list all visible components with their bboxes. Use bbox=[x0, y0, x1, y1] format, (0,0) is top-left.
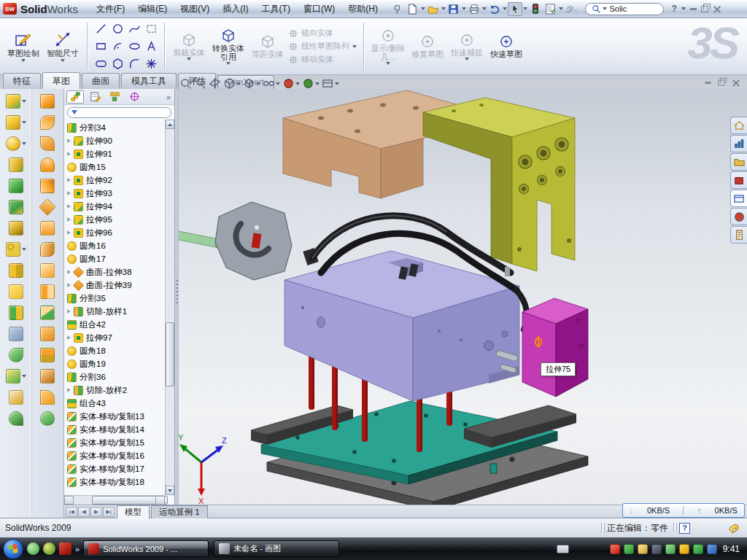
surface-tool-button[interactable] bbox=[40, 284, 55, 299]
tray-icon[interactable] bbox=[693, 544, 703, 554]
feature-manager-tab[interactable] bbox=[66, 90, 84, 104]
view-tool-button[interactable] bbox=[194, 77, 206, 90]
configuration-manager-tab[interactable] bbox=[106, 90, 123, 104]
save-icon[interactable] bbox=[446, 2, 461, 16]
surface-tool-button[interactable] bbox=[40, 157, 55, 172]
menu-item[interactable]: 文件(F) bbox=[90, 1, 131, 18]
minimize-button[interactable] bbox=[690, 8, 697, 10]
tray-icon[interactable] bbox=[651, 544, 662, 554]
sketch-tool-button[interactable] bbox=[93, 20, 109, 37]
tree-item[interactable]: 圆角17 bbox=[64, 252, 174, 265]
help-button[interactable]: ? bbox=[671, 4, 676, 14]
sketch-tool-button[interactable] bbox=[126, 20, 142, 37]
search-scope-dropdown[interactable] bbox=[603, 7, 607, 10]
search-box[interactable]: Solic bbox=[585, 3, 664, 15]
handle-insert-part[interactable] bbox=[175, 202, 292, 280]
task-pane-tab[interactable] bbox=[730, 117, 747, 134]
taskbar-task-button[interactable]: 未命名 - 画图 bbox=[214, 540, 339, 557]
tree-item[interactable]: 组合43 bbox=[64, 397, 174, 410]
sketch-tool-button[interactable] bbox=[109, 38, 125, 55]
select-cursor-icon[interactable] bbox=[508, 2, 522, 16]
tray-icon[interactable] bbox=[624, 544, 634, 554]
sketch-utility-button[interactable]: 修复草图 bbox=[409, 20, 446, 72]
feature-tool-button[interactable] bbox=[9, 220, 23, 236]
tree-item[interactable]: 拉伸96 bbox=[64, 226, 174, 239]
view-tool-button[interactable] bbox=[243, 77, 260, 90]
start-button[interactable] bbox=[3, 539, 23, 559]
tree-item[interactable]: 拉伸90 bbox=[64, 134, 174, 147]
feature-tool-button[interactable] bbox=[9, 157, 23, 172]
tree-item[interactable]: 曲面-拉伸39 bbox=[64, 279, 174, 292]
tray-icon[interactable] bbox=[610, 544, 620, 554]
toolbar-overflow[interactable]: 少.. bbox=[564, 4, 580, 14]
task-pane-tab[interactable] bbox=[730, 190, 747, 207]
quick-launch-icon[interactable] bbox=[43, 542, 55, 555]
viewport-canvas[interactable]: Y Z X bbox=[175, 89, 747, 505]
help-dropdown[interactable] bbox=[681, 7, 686, 10]
sketch-modify-button[interactable]: 等距实体 bbox=[249, 20, 287, 72]
tree-item[interactable]: 圆角19 bbox=[64, 357, 174, 370]
tree-item[interactable]: 组合42 bbox=[64, 318, 174, 331]
options-list-icon[interactable] bbox=[543, 2, 558, 16]
feature-tool-button[interactable] bbox=[9, 305, 23, 320]
surface-tool-button[interactable] bbox=[40, 241, 55, 257]
quick-launch-icon[interactable] bbox=[27, 542, 39, 555]
document-tab[interactable]: 模型 bbox=[117, 505, 150, 518]
tree-item[interactable]: 实体-移动/复制16 bbox=[64, 449, 174, 462]
quick-launch-chevron[interactable]: » bbox=[75, 545, 80, 553]
sketch-tool-button[interactable] bbox=[109, 55, 125, 72]
surface-tool-button[interactable] bbox=[40, 136, 55, 151]
sketch-modify-button[interactable]: 转换实体引用 bbox=[209, 20, 247, 72]
pin-icon[interactable] bbox=[390, 2, 405, 16]
sketch-button[interactable]: 草图绘制 bbox=[4, 20, 42, 72]
command-tab[interactable]: 草图 bbox=[42, 72, 80, 89]
sketch-modify-button[interactable]: 剪裁实体 bbox=[170, 20, 208, 72]
tree-item[interactable]: 切除-放样1 bbox=[64, 305, 174, 318]
open-icon[interactable] bbox=[426, 2, 441, 16]
feature-tool-button[interactable] bbox=[6, 241, 26, 257]
tag-icon[interactable] bbox=[729, 523, 740, 534]
tree-filter-input[interactable] bbox=[67, 107, 171, 118]
surface-tool-button[interactable] bbox=[40, 220, 55, 236]
task-pane-tab[interactable] bbox=[730, 135, 747, 152]
sketch-pattern-button[interactable]: 镜向实体 bbox=[288, 28, 358, 39]
network-speed-widget[interactable]: ↓ 0KB/S ↑ 0KB/S bbox=[622, 503, 745, 518]
tree-item[interactable]: 拉伸94 bbox=[64, 200, 174, 213]
feature-tool-button[interactable] bbox=[9, 389, 23, 405]
surface-tool-button[interactable] bbox=[40, 411, 55, 426]
scroll-up-arrow[interactable] bbox=[166, 120, 174, 129]
tree-item[interactable]: 分割36 bbox=[64, 370, 174, 384]
feature-tool-button[interactable] bbox=[9, 262, 23, 278]
doc-minimize-button[interactable] bbox=[705, 82, 711, 84]
tree-item[interactable]: 曲面-拉伸38 bbox=[64, 265, 174, 279]
menu-item[interactable]: 工具(T) bbox=[255, 1, 297, 18]
sketch-utility-button[interactable]: 快速草图 bbox=[487, 20, 525, 72]
scroll-left-arrow[interactable] bbox=[64, 496, 74, 505]
graphics-viewport[interactable]: Y Z X bbox=[175, 89, 747, 505]
sketch-tool-button[interactable] bbox=[126, 55, 142, 72]
tree-item[interactable]: 实体-移动/复制13 bbox=[64, 410, 174, 423]
property-manager-tab[interactable] bbox=[86, 90, 104, 104]
taskbar-task-button[interactable]: SolidWorks 2009 - ... bbox=[83, 540, 209, 557]
rebuild-traffic-light-icon[interactable] bbox=[528, 2, 543, 16]
command-tab[interactable]: 曲面 bbox=[82, 73, 120, 89]
tree-item[interactable]: 拉伸97 bbox=[64, 331, 174, 344]
tree-item[interactable]: 圆角18 bbox=[64, 344, 174, 357]
quick-launch-icon[interactable] bbox=[59, 542, 71, 555]
tray-icon[interactable] bbox=[679, 544, 689, 554]
tree-item[interactable]: 圆角16 bbox=[64, 239, 174, 252]
sketch-utility-button[interactable]: 显示/删除几... bbox=[369, 20, 407, 72]
undo-icon[interactable] bbox=[487, 2, 502, 16]
tree-item[interactable]: 分割34 bbox=[64, 121, 174, 134]
tray-icon[interactable] bbox=[707, 544, 717, 554]
task-pane-tab[interactable] bbox=[730, 226, 747, 244]
quick-tips-button[interactable]: ? bbox=[679, 523, 690, 534]
close-button[interactable] bbox=[713, 5, 721, 13]
tree-horizontal-scrollbar[interactable] bbox=[64, 495, 165, 505]
command-tab[interactable]: 特征 bbox=[3, 73, 41, 89]
view-tool-button[interactable] bbox=[322, 77, 339, 90]
task-pane-tab[interactable] bbox=[730, 153, 747, 171]
input-method-icon[interactable] bbox=[557, 545, 569, 553]
dimxpert-manager-tab[interactable] bbox=[125, 90, 143, 104]
sketch-tool-button[interactable] bbox=[126, 38, 142, 55]
